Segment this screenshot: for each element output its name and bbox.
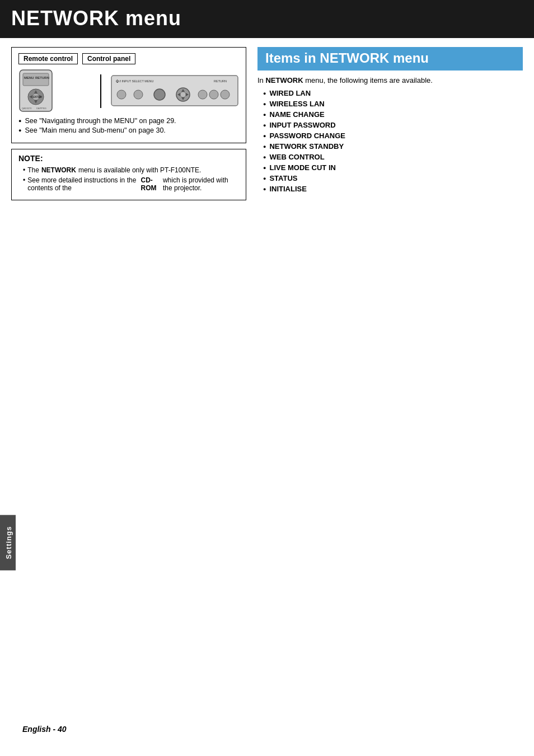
control-panel-label: Control panel xyxy=(82,53,135,64)
main-content: Remote control Control panel MENU RETURN xyxy=(0,38,534,209)
side-tab: Settings xyxy=(0,515,16,570)
right-column: Items in NETWORK menu In NETWORK menu, t… xyxy=(257,47,523,200)
items-title: Items in NETWORK menu xyxy=(265,50,515,66)
svg-point-26 xyxy=(209,90,218,99)
item-name-change: NAME CHANGE xyxy=(263,110,523,119)
item-initialise: INITIALISE xyxy=(263,185,523,193)
panels-row: MENU RETURN ENTER QAD3270 xyxy=(18,69,239,114)
item-password-change: PASSWORD CHANGE xyxy=(263,132,523,140)
page-footer: English - 40 xyxy=(22,725,67,734)
svg-text:RETURN: RETURN xyxy=(35,76,49,79)
note-list: The NETWORK menu is available only with … xyxy=(18,166,239,192)
items-title-bar: Items in NETWORK menu xyxy=(257,47,523,71)
svg-point-25 xyxy=(198,90,207,99)
svg-point-27 xyxy=(221,90,229,99)
item-web-control: WEB CONTROL xyxy=(263,153,523,161)
remote-control-image: MENU RETURN ENTER QAD3270 xyxy=(18,69,91,114)
footer-text: English - 40 xyxy=(22,725,67,734)
svg-text:MENU: MENU xyxy=(24,76,34,79)
item-input-password: INPUT PASSWORD xyxy=(263,121,523,129)
note-item-2: See more detailed instructions in the co… xyxy=(18,176,239,192)
svg-text:⏻/I  INPUT SELECT  MENU: ⏻/I INPUT SELECT MENU xyxy=(116,79,154,83)
note-title: NOTE: xyxy=(18,154,239,163)
svg-point-18 xyxy=(154,89,165,100)
note-item-1: The NETWORK menu is available only with … xyxy=(18,166,239,174)
svg-text:ENTER: ENTER xyxy=(33,96,42,98)
page-title-bar: NETWORK menu xyxy=(0,0,534,38)
svg-text:DA/PPBG: DA/PPBG xyxy=(36,107,46,110)
svg-point-16 xyxy=(117,90,126,99)
item-wired-lan: WIRED LAN xyxy=(263,89,523,97)
svg-rect-1 xyxy=(23,73,49,86)
panel-divider xyxy=(100,74,101,108)
svg-text:RETURN: RETURN xyxy=(214,79,227,83)
page-title: NETWORK menu xyxy=(11,7,523,30)
svg-point-20 xyxy=(180,92,186,97)
item-wireless-lan: WIRELESS LAN xyxy=(263,100,523,108)
items-intro: In NETWORK menu, the following items are… xyxy=(257,76,523,84)
left-column: Remote control Control panel MENU RETURN xyxy=(11,47,246,200)
control-panel-image: ⏻/I INPUT SELECT MENU RETURN xyxy=(110,74,240,108)
note-box: NOTE: The NETWORK menu is available only… xyxy=(11,149,246,200)
panel-bullets: See "Navigating through the MENU" on pag… xyxy=(18,117,239,134)
item-status: STATUS xyxy=(263,174,523,182)
remote-control-label: Remote control xyxy=(18,53,78,64)
items-list: WIRED LAN WIRELESS LAN NAME CHANGE INPUT… xyxy=(257,89,523,193)
svg-point-17 xyxy=(134,90,143,99)
panel-bullet-1: See "Navigating through the MENU" on pag… xyxy=(18,117,239,125)
item-live-mode-cut-in: LIVE MODE CUT IN xyxy=(263,163,523,172)
panel-box: Remote control Control panel MENU RETURN xyxy=(11,47,246,143)
panel-bullet-2: See "Main menu and Sub-menu" on page 30. xyxy=(18,126,239,134)
panel-box-header: Remote control Control panel xyxy=(18,53,239,64)
svg-text:QAD3270: QAD3270 xyxy=(22,107,32,110)
item-network-standby: NETWORK STANDBY xyxy=(263,142,523,151)
